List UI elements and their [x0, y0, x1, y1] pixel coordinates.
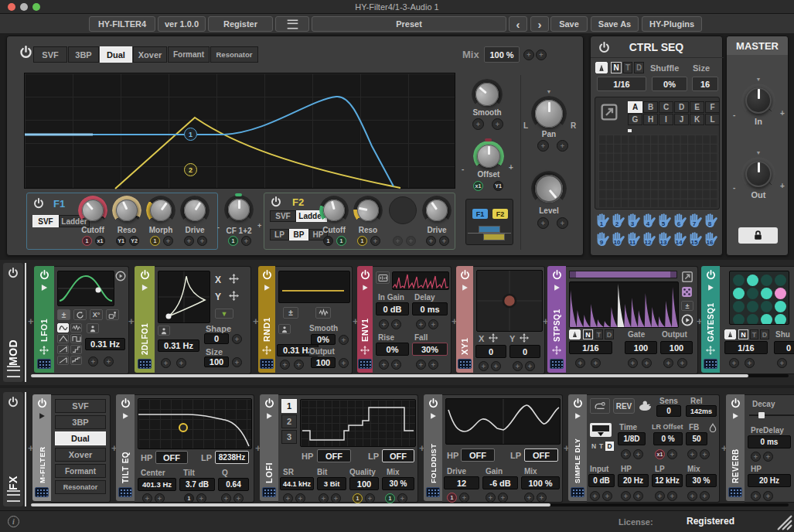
- tilt-eq-lp-value[interactable]: 8238Hz: [215, 451, 249, 464]
- duck-icon[interactable]: [638, 400, 653, 411]
- mod-slot[interactable]: [700, 449, 710, 459]
- mod-slot[interactable]: [557, 217, 568, 229]
- stpsq1-sync-n[interactable]: N: [583, 329, 593, 339]
- xy1-pad[interactable]: [476, 270, 543, 332]
- m-filter-svf[interactable]: SVF: [55, 399, 106, 413]
- smooth-knob[interactable]: [472, 79, 503, 110]
- mod-slot[interactable]: [633, 491, 643, 501]
- pattern-k[interactable]: K: [690, 114, 704, 125]
- m-filter-power-icon[interactable]: [37, 398, 47, 408]
- mod-slot[interactable]: [763, 491, 773, 501]
- mod-slot[interactable]: [687, 491, 697, 501]
- mod-slot[interactable]: 1: [228, 236, 238, 246]
- mod-slot[interactable]: [628, 358, 638, 368]
- filter-tab-svf[interactable]: SVF: [33, 46, 67, 63]
- tilt-eq-tilt-value[interactable]: 3.7 dB: [179, 478, 215, 491]
- grab-pattern-5[interactable]: 5: [656, 213, 672, 230]
- ctrl-seq-rate[interactable]: 1/16: [597, 77, 646, 91]
- gate-step[interactable]: [733, 275, 745, 286]
- dlfo1-rate[interactable]: 0.31 Hz: [158, 339, 199, 352]
- lfo1-shape-square[interactable]: [70, 334, 82, 343]
- gate-step[interactable]: [733, 288, 745, 299]
- gate-step-current[interactable]: [775, 288, 786, 299]
- lfo1-shape-stair[interactable]: [70, 356, 82, 365]
- m-filter-xover[interactable]: Xover: [55, 448, 106, 462]
- mod-slot[interactable]: [428, 319, 438, 329]
- register-button[interactable]: Register: [208, 16, 273, 32]
- m-filter-3bp[interactable]: 3BP: [55, 415, 106, 429]
- filter-tab-resonator[interactable]: Resonator: [210, 46, 258, 63]
- gatesq1-sync-n[interactable]: N: [738, 329, 748, 339]
- mod-slot[interactable]: [575, 358, 585, 368]
- filter-tab-formant[interactable]: Formant: [168, 46, 210, 63]
- mod-slot[interactable]: [591, 358, 601, 368]
- folddist-drive-value[interactable]: 12: [444, 476, 479, 489]
- stpsq1-step-display[interactable]: [569, 281, 679, 328]
- f1-drive-knob[interactable]: [180, 196, 210, 225]
- mod-slot[interactable]: [472, 118, 484, 130]
- mod-slot[interactable]: [232, 357, 242, 367]
- ctrl-seq-shuffle[interactable]: 0%: [652, 77, 687, 91]
- grab-pattern-7[interactable]: 7: [687, 213, 703, 230]
- grab-pattern-3[interactable]: 3: [625, 213, 641, 230]
- m-filter-midi-icon[interactable]: [35, 487, 49, 497]
- mod-slot[interactable]: Y1: [116, 236, 126, 246]
- simple-dly-power-icon[interactable]: [573, 398, 583, 408]
- grab-pattern-9[interactable]: 9: [595, 231, 610, 248]
- pattern-e[interactable]: E: [690, 101, 704, 113]
- filter-response-graph[interactable]: 1 2: [24, 73, 455, 189]
- mod-slot[interactable]: [537, 493, 547, 503]
- preset-selector[interactable]: Preset: [312, 16, 506, 32]
- fx-menu-icon[interactable]: [7, 490, 20, 502]
- mod-slot[interactable]: [498, 493, 508, 503]
- filter-tab-xover[interactable]: Xover: [133, 46, 167, 63]
- pattern-h[interactable]: H: [643, 114, 658, 125]
- tilt-eq-center-value[interactable]: 401.3 Hz: [138, 478, 176, 491]
- lfo1-shape-ramp[interactable]: [57, 356, 69, 365]
- stpsq1-move-icon[interactable]: [552, 346, 561, 355]
- f2-type-svf[interactable]: SVF: [270, 210, 296, 222]
- lfo1-trigger-icon[interactable]: [41, 285, 46, 291]
- lofi-mix-value[interactable]: 30 %: [382, 477, 414, 490]
- sync-d-button[interactable]: D: [634, 62, 644, 73]
- rnd1-output-value[interactable]: 100: [311, 357, 336, 368]
- xy1-y-move-icon[interactable]: [520, 333, 529, 343]
- env1-delay-value[interactable]: 0 ms: [412, 302, 448, 315]
- gate-step[interactable]: [747, 314, 758, 325]
- mod-slot[interactable]: [416, 319, 426, 329]
- mod-slot[interactable]: [459, 493, 469, 503]
- folddist-display[interactable]: [445, 398, 561, 445]
- mod-slot[interactable]: [687, 449, 697, 459]
- sync-t-button[interactable]: T: [623, 62, 632, 73]
- gatesq1-metronome-button[interactable]: [724, 329, 736, 339]
- mod-slot[interactable]: x1: [95, 236, 105, 246]
- fb-color-icon[interactable]: [709, 423, 717, 432]
- mod-slot[interactable]: [655, 491, 665, 501]
- mod-scrollbar[interactable]: [31, 374, 789, 377]
- f1-type-svf[interactable]: SVF: [32, 215, 59, 227]
- gate-step[interactable]: [733, 301, 745, 312]
- lfo1-rate[interactable]: 0.31 Hz: [85, 338, 125, 350]
- decay-slider-handle[interactable]: [758, 412, 765, 418]
- filter1-marker[interactable]: 1: [184, 128, 197, 141]
- simple-dly-hp-value[interactable]: 20 Hz: [618, 474, 649, 487]
- rnd1-bipolar-button[interactable]: ±: [283, 307, 298, 319]
- tilt-eq-power-icon[interactable]: [121, 398, 131, 408]
- simple-dly-time-value[interactable]: 1/8D: [618, 432, 646, 445]
- grab-pattern-6[interactable]: 6: [672, 213, 687, 230]
- out-knob[interactable]: [741, 157, 775, 191]
- lofi-quality-value[interactable]: 100: [349, 477, 379, 490]
- mod-slot[interactable]: [486, 493, 496, 503]
- f1-power-icon[interactable]: [33, 198, 44, 209]
- grab-pattern-1[interactable]: 1: [595, 213, 610, 230]
- mod-slot[interactable]: [633, 449, 643, 459]
- mod-slot[interactable]: Y1: [493, 181, 503, 191]
- mod-slot[interactable]: [379, 319, 389, 329]
- lfo1-shape-saw[interactable]: [57, 345, 69, 354]
- xy1-power-icon[interactable]: [460, 270, 470, 280]
- mod-slot[interactable]: [391, 360, 401, 370]
- gatesq1-power-icon[interactable]: [706, 270, 716, 280]
- lofi-midi-icon[interactable]: [262, 487, 276, 497]
- mod-slot[interactable]: [426, 236, 436, 246]
- pattern-i[interactable]: I: [659, 114, 673, 125]
